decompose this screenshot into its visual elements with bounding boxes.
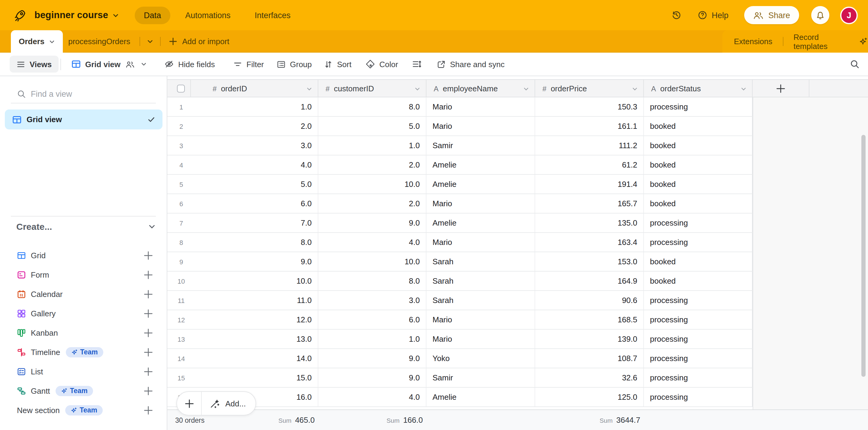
share-and-sync-button[interactable]: Share and sync <box>437 53 505 76</box>
row-number[interactable]: 4 <box>172 155 191 174</box>
color-button[interactable]: Color <box>366 53 398 76</box>
cell-orderprice[interactable]: 32.6 <box>535 368 644 387</box>
cell-orderprice[interactable]: 150.3 <box>535 97 644 116</box>
cell-orderprice[interactable]: 108.7 <box>535 349 644 368</box>
cell-orderstatus[interactable]: booked <box>644 194 753 213</box>
create-item-new-section[interactable]: New sectionTeam <box>0 400 167 420</box>
row-number[interactable]: 3 <box>172 136 191 155</box>
cell-orderid[interactable]: 14.0 <box>191 349 318 368</box>
add-field-button[interactable] <box>753 80 809 97</box>
add-new-section-button[interactable] <box>144 405 153 414</box>
cell-orderstatus[interactable]: processing <box>644 310 753 329</box>
cell-orderid[interactable]: 12.0 <box>191 310 318 329</box>
cell-customerid[interactable]: 3.0 <box>318 291 427 310</box>
cell-orderstatus[interactable]: processing <box>644 349 753 368</box>
record-templates-button[interactable]: Record templates <box>794 32 854 51</box>
add-record-button[interactable] <box>177 392 201 415</box>
create-item-calendar[interactable]: 31Calendar <box>0 284 167 304</box>
tab-orders[interactable]: Orders <box>11 30 63 53</box>
rocket-base-icon[interactable] <box>14 9 27 22</box>
cell-employeename[interactable]: Mario <box>427 329 535 348</box>
row-height-button[interactable] <box>412 53 422 76</box>
tabs-chevron-down-icon[interactable] <box>147 38 153 45</box>
cell-orderid[interactable]: 7.0 <box>191 213 318 232</box>
cell-orderid[interactable]: 1.0 <box>191 97 318 116</box>
cell-orderprice[interactable]: 90.6 <box>535 291 644 310</box>
sum-orderprice[interactable]: Sum3644.7 <box>562 410 640 430</box>
cell-orderid[interactable]: 5.0 <box>191 175 318 194</box>
cell-employeename[interactable]: Samir <box>427 368 535 387</box>
cell-customerid[interactable]: 9.0 <box>318 213 427 232</box>
row-number[interactable]: 8 <box>172 233 191 252</box>
views-button[interactable]: Views <box>10 56 58 73</box>
column-header-customerid[interactable]: # customerID <box>318 80 427 97</box>
extensions-button[interactable]: Extensions <box>734 37 772 46</box>
cell-orderprice[interactable]: 191.4 <box>535 175 644 194</box>
cell-orderprice[interactable]: 111.2 <box>535 136 644 155</box>
cell-employeename[interactable]: Mario <box>427 233 535 252</box>
column-chevron-icon[interactable] <box>632 86 638 92</box>
history-icon[interactable] <box>671 10 682 21</box>
cell-customerid[interactable]: 9.0 <box>318 368 427 387</box>
cell-customerid[interactable]: 1.0 <box>318 136 427 155</box>
cell-customerid[interactable]: 4.0 <box>318 388 427 406</box>
row-number[interactable]: 2 <box>172 117 191 136</box>
create-section-header[interactable]: Create... <box>16 221 156 232</box>
cell-orderid[interactable]: 9.0 <box>191 252 318 271</box>
cell-employeename[interactable]: Mario <box>427 97 535 116</box>
cell-orderprice[interactable]: 161.1 <box>535 117 644 136</box>
cell-orderprice[interactable]: 153.0 <box>535 252 644 271</box>
column-header-orderprice[interactable]: # orderPrice <box>535 80 644 97</box>
cell-employeename[interactable]: Sarah <box>427 291 535 310</box>
help-button[interactable]: Help <box>698 10 728 20</box>
cell-employeename[interactable]: Amelie <box>427 213 535 232</box>
cell-orderid[interactable]: 10.0 <box>191 271 318 290</box>
column-chevron-icon[interactable] <box>414 86 421 92</box>
row-number[interactable]: 13 <box>172 329 191 348</box>
sort-button[interactable]: Sort <box>324 53 351 76</box>
row-number[interactable]: 6 <box>172 194 191 213</box>
cell-orderstatus[interactable]: processing <box>644 388 753 406</box>
add-form-button[interactable] <box>144 270 153 279</box>
search-icon[interactable] <box>850 59 860 69</box>
share-button[interactable]: Share <box>744 6 799 24</box>
cell-customerid[interactable]: 1.0 <box>318 329 427 348</box>
cell-customerid[interactable]: 10.0 <box>318 175 427 194</box>
cell-customerid[interactable]: 10.0 <box>318 252 427 271</box>
add-or-import-button[interactable]: Add or import <box>169 37 229 46</box>
row-number[interactable]: 1 <box>172 97 191 116</box>
create-item-gallery[interactable]: Gallery <box>0 304 167 323</box>
cell-employeename[interactable]: Amelie <box>427 388 535 406</box>
cell-customerid[interactable]: 2.0 <box>318 155 427 174</box>
cell-employeename[interactable]: Mario <box>427 117 535 136</box>
top-nav-interfaces[interactable]: Interfaces <box>246 6 300 24</box>
cell-customerid[interactable]: 4.0 <box>318 233 427 252</box>
add-list-button[interactable] <box>144 367 153 376</box>
cell-orderid[interactable]: 13.0 <box>191 329 318 348</box>
view-switcher[interactable]: Grid view <box>71 53 147 76</box>
create-item-form[interactable]: Form <box>0 265 167 284</box>
row-number[interactable]: 14 <box>172 349 191 368</box>
cell-orderid[interactable]: 6.0 <box>191 194 318 213</box>
filter-button[interactable]: Filter <box>233 53 264 76</box>
cell-employeename[interactable]: Mario <box>427 310 535 329</box>
cell-employeename[interactable]: Yoko <box>427 349 535 368</box>
create-item-timeline[interactable]: TimelineTeam <box>0 342 167 362</box>
cell-orderstatus[interactable]: booked <box>644 117 753 136</box>
tab-processing-orders[interactable]: processingOrders <box>66 37 132 46</box>
add-calendar-button[interactable] <box>144 289 153 298</box>
cell-orderstatus[interactable]: processing <box>644 329 753 348</box>
row-number[interactable]: 12 <box>172 310 191 329</box>
cell-orderstatus[interactable]: booked <box>644 155 753 174</box>
cell-orderprice[interactable]: 163.4 <box>535 233 644 252</box>
cell-employeename[interactable]: Amelie <box>427 155 535 174</box>
base-title[interactable]: beginner course <box>34 10 108 21</box>
avatar[interactable]: J <box>840 6 858 24</box>
hide-fields-button[interactable]: Hide fields <box>164 53 215 76</box>
add-kanban-button[interactable] <box>144 328 153 337</box>
cell-employeename[interactable]: Sarah <box>427 252 535 271</box>
add-gantt-button[interactable] <box>144 386 153 395</box>
cell-employeename[interactable]: Samir <box>427 136 535 155</box>
cell-customerid[interactable]: 8.0 <box>318 271 427 290</box>
cell-orderstatus[interactable]: processing <box>644 291 753 310</box>
